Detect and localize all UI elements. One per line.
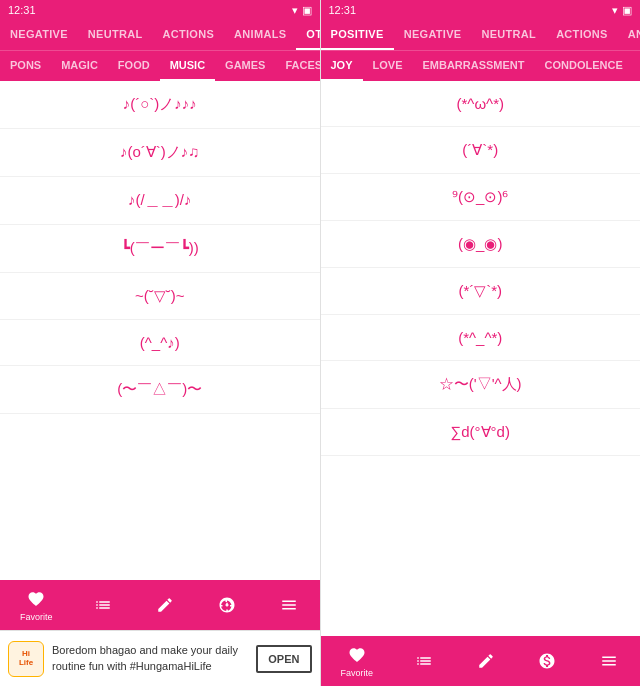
battery-icon: ▣ [622,4,632,17]
ad-banner: HiLife Boredom bhagao and make your dail… [0,630,320,686]
top-nav-actions[interactable]: ACTIONS [546,20,618,50]
table-row: (´∀`*) [321,127,641,174]
table-row: ♪(/＿＿)/♪ [0,177,320,225]
list-item[interactable]: ♪(o´∀`)ノ♪♫ [0,129,320,176]
list-item[interactable]: ♪(´○`)ノ♪♪♪ [0,81,320,128]
battery-icon: ▣ [302,4,312,17]
right-bottom-toolbar: Favorite [321,636,641,686]
table-row: ~(˘▽˘)~ [0,273,320,320]
table-row: ♪(´○`)ノ♪♪♪ [0,81,320,129]
sub-nav-music[interactable]: MUSIC [160,51,215,81]
top-nav-positive[interactable]: POSITIVE [321,20,394,50]
left-sub-nav: PONS MAGIC FOOD MUSIC GAMES FACES [0,50,320,81]
table-row: ♪(o´∀`)ノ♪♫ [0,129,320,177]
right-status-icons: ▾ ▣ [612,4,632,17]
sub-nav-embarrassment[interactable]: EMBARRASSMENT [412,51,534,81]
list-item[interactable]: ∑d(°∀°d) [321,409,641,455]
left-bottom-area: Favorite [0,580,320,686]
left-bottom-toolbar: Favorite [0,580,320,630]
toolbar-menu[interactable] [278,594,300,616]
list-item[interactable]: (*^_^*) [321,315,641,360]
sub-nav-food[interactable]: FOOD [108,51,160,81]
right-emoticon-list: (*^ω^*) (´∀`*) ⁹(⊙_⊙)⁶ (◉_◉) (*´▽`*) (*^… [321,81,641,636]
list-item[interactable]: (^_^♪) [0,320,320,365]
toolbar-favorite-label: Favorite [340,668,373,678]
toolbar-favorite[interactable]: Favorite [340,644,373,678]
list-item[interactable]: ~(˘▽˘)~ [0,273,320,319]
top-nav-actions[interactable]: ACTIONS [152,20,224,50]
list-item[interactable]: (〜￣△￣)〜 [0,366,320,413]
list-item[interactable]: (´∀`*) [321,127,641,173]
toolbar-favorite[interactable]: Favorite [20,588,53,622]
sub-nav-love[interactable]: LOVE [363,51,413,81]
list-item[interactable]: ♪(/＿＿)/♪ [0,177,320,224]
list-item[interactable]: (*^ω^*) [321,81,641,126]
list-icon [92,594,114,616]
right-sub-nav: JOY LOVE EMBARRASSMENT CONDOLENCE [321,50,641,81]
table-row: (*^_^*) [321,315,641,361]
toolbar-list[interactable] [413,650,435,672]
table-row: (〜￣△￣)〜 [0,366,320,414]
ad-open-button[interactable]: OPEN [256,645,311,673]
top-nav-neutral[interactable]: NEUTRAL [471,20,546,50]
table-row: ∑d(°∀°d) [321,409,641,456]
sub-nav-joy[interactable]: JOY [321,51,363,81]
list-item[interactable]: (*´▽`*) [321,268,641,314]
sub-nav-faces[interactable]: FACES [275,51,319,81]
heart-icon [25,588,47,610]
right-top-nav: POSITIVE NEGATIVE NEUTRAL ACTIONS ANIMAL [321,20,641,50]
ad-text: Boredom bhagao and make your daily routi… [52,643,248,674]
ad-logo: HiLife [8,641,44,677]
toolbar-edit[interactable] [475,650,497,672]
table-row: (◉_◉) [321,221,641,268]
toolbar-dollar[interactable] [216,594,238,616]
left-time: 12:31 [8,4,36,16]
toolbar-edit[interactable] [154,594,176,616]
table-row: (*^ω^*) [321,81,641,127]
table-row: ┗(￣ー￣┗)) [0,225,320,273]
right-status-bar: 12:31 ▾ ▣ [321,0,641,20]
hamburger-icon [598,650,620,672]
pencil-icon [475,650,497,672]
toolbar-dollar[interactable] [536,650,558,672]
wifi-icon: ▾ [612,4,618,17]
top-nav-neutral[interactable]: NEUTRAL [78,20,153,50]
hamburger-icon [278,594,300,616]
toolbar-menu[interactable] [598,650,620,672]
table-row: ☆〜('▽'^人) [321,361,641,409]
right-panel: 12:31 ▾ ▣ POSITIVE NEGATIVE NEUTRAL ACTI… [321,0,641,686]
toolbar-favorite-label: Favorite [20,612,53,622]
wifi-icon: ▾ [292,4,298,17]
list-item[interactable]: ┗(￣ー￣┗)) [0,225,320,272]
left-emoticon-list: ♪(´○`)ノ♪♪♪ ♪(o´∀`)ノ♪♫ ♪(/＿＿)/♪ ┗(￣ー￣┗)) … [0,81,320,580]
sub-nav-magic[interactable]: MAGIC [51,51,108,81]
heart-icon [346,644,368,666]
left-panel: 12:31 ▾ ▣ NEGATIVE NEUTRAL ACTIONS ANIMA… [0,0,321,686]
list-item[interactable]: (◉_◉) [321,221,641,267]
toolbar-list[interactable] [92,594,114,616]
top-nav-animal[interactable]: ANIMAL [618,20,640,50]
sub-nav-games[interactable]: GAMES [215,51,275,81]
top-nav-negative[interactable]: NEGATIVE [0,20,78,50]
list-item[interactable]: ⁹(⊙_⊙)⁶ [321,174,641,220]
left-top-nav: NEGATIVE NEUTRAL ACTIONS ANIMALS OTHER [0,20,320,50]
left-status-icons: ▾ ▣ [292,4,312,17]
top-nav-negative[interactable]: NEGATIVE [394,20,472,50]
list-item[interactable]: ☆〜('▽'^人) [321,361,641,408]
left-status-bar: 12:31 ▾ ▣ [0,0,320,20]
table-row: ⁹(⊙_⊙)⁶ [321,174,641,221]
pencil-icon [154,594,176,616]
dollar-circle-icon [536,650,558,672]
list-icon [413,650,435,672]
top-nav-other[interactable]: OTHER [296,20,319,50]
top-nav-animals[interactable]: ANIMALS [224,20,296,50]
table-row: (^_^♪) [0,320,320,366]
sub-nav-condolence[interactable]: CONDOLENCE [535,51,633,81]
sub-nav-pons[interactable]: PONS [0,51,51,81]
dollar-icon [216,594,238,616]
table-row: (*´▽`*) [321,268,641,315]
right-time: 12:31 [329,4,357,16]
